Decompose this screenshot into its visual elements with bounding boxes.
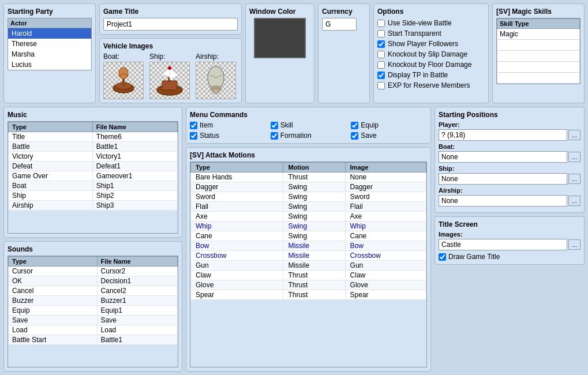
sounds-row[interactable]: Battle StartBattle1 xyxy=(9,335,178,344)
menu-cmd-formation-checkbox[interactable] xyxy=(271,132,278,140)
sv-cell-type: Gun xyxy=(191,261,283,271)
option-start-transparent: Start Transparent xyxy=(377,28,485,39)
music-cell-file: Theme6 xyxy=(92,132,177,142)
option-knockout-slip-label: Knockout by Slip Damage xyxy=(388,50,467,58)
music-panel: Music Type File Name TitleTheme6BattleBa… xyxy=(3,107,182,238)
menu-cmd-status-checkbox[interactable] xyxy=(190,132,197,140)
sv-attack-row[interactable]: SwordSwingSword xyxy=(191,192,426,202)
menu-cmd-item-checkbox[interactable] xyxy=(190,122,197,129)
currency-input[interactable] xyxy=(322,18,357,31)
option-side-view: Use Side-view Battle xyxy=(377,18,485,28)
actor-item-therese[interactable]: Therese xyxy=(8,39,91,49)
music-row[interactable]: BoatShip1 xyxy=(9,181,178,191)
sounds-row[interactable]: EquipEquip1 xyxy=(9,305,178,315)
music-cell-file: Ship1 xyxy=(92,181,177,191)
draw-game-title-checkbox[interactable] xyxy=(439,253,446,261)
sv-cell-type: Claw xyxy=(191,271,283,280)
sv-attack-row[interactable]: DaggerSwingDagger xyxy=(191,182,426,192)
ship-image[interactable] xyxy=(149,62,190,99)
sv-cell-image: Gun xyxy=(345,261,426,271)
music-row[interactable]: TitleTheme6 xyxy=(9,132,178,142)
sounds-cell-type: Cursor xyxy=(9,266,98,276)
menu-cmd-skill: Skill xyxy=(271,121,347,129)
sounds-cell-file: Battle1 xyxy=(97,335,177,344)
sounds-cell-file: Load xyxy=(97,325,177,335)
svg-marker-10 xyxy=(162,68,170,77)
sv-attack-row[interactable]: FlailSwingFlail xyxy=(191,202,426,212)
music-row[interactable]: BattleBattle1 xyxy=(9,142,178,152)
option-side-view-checkbox[interactable] xyxy=(377,20,385,27)
position-ellipsis-1[interactable]: ... xyxy=(568,152,580,162)
game-title-input[interactable] xyxy=(103,18,238,31)
position-input-2[interactable] xyxy=(439,173,567,185)
sv-attack-row[interactable]: WhipSwingWhip xyxy=(191,222,426,231)
music-row[interactable]: Game OverGameover1 xyxy=(9,171,178,181)
position-input-3[interactable] xyxy=(439,195,567,207)
option-exp-reserve-checkbox[interactable] xyxy=(377,82,385,89)
sounds-row[interactable]: SaveSave xyxy=(9,315,178,325)
position-input-row-2: ... xyxy=(439,173,580,185)
menu-cmd-save-checkbox[interactable] xyxy=(351,132,358,140)
music-cell-file: Victory1 xyxy=(92,152,177,162)
sv-attack-row[interactable]: Bare HandsThrustNone xyxy=(191,172,426,182)
sounds-row[interactable]: BuzzerBuzzer1 xyxy=(9,295,178,305)
sv-attack-row[interactable]: ClawThrustClaw xyxy=(191,271,426,280)
option-show-followers-checkbox[interactable] xyxy=(377,40,385,48)
position-ellipsis-0[interactable]: ... xyxy=(568,130,580,140)
sv-magic-row-1 xyxy=(497,40,580,51)
menu-cmd-skill-label: Skill xyxy=(280,121,293,129)
option-knockout-floor-label: Knockout by Floor Damage xyxy=(388,61,471,69)
sv-attack-row[interactable]: CrossbowMissileCrossbow xyxy=(191,251,426,261)
actor-item-harold[interactable]: Harold xyxy=(8,28,91,39)
actor-item-lucius[interactable]: Lucius xyxy=(8,59,91,70)
position-input-row-1: ... xyxy=(439,151,580,163)
sv-attack-row[interactable]: AxeSwingAxe xyxy=(191,212,426,222)
music-row[interactable]: ShipShip2 xyxy=(9,191,178,201)
sounds-cell-type: OK xyxy=(9,276,98,286)
sv-attack-row[interactable]: GloveThrustGlove xyxy=(191,280,426,290)
boat-image[interactable] xyxy=(103,62,144,99)
music-row[interactable]: AirshipShip3 xyxy=(9,201,178,211)
vehicle-airship: Airship: xyxy=(196,52,236,99)
option-knockout-slip-checkbox[interactable] xyxy=(377,51,385,58)
music-row[interactable]: DefeatDefeat1 xyxy=(9,162,178,171)
position-input-0[interactable] xyxy=(439,129,567,141)
sounds-table-scroll[interactable]: Type File Name CursorCursor2OKDecision1C… xyxy=(8,256,178,368)
bottom-middle: Menu Commands Item Skill Equip xyxy=(186,107,431,372)
sounds-row[interactable]: LoadLoad xyxy=(9,325,178,335)
sv-attack-row[interactable]: BowMissileBow xyxy=(191,241,426,251)
sv-attack-row[interactable]: GunMissileGun xyxy=(191,261,426,271)
option-display-tp: Display TP in Battle xyxy=(377,70,485,80)
sv-attack-row[interactable]: CaneSwingCane xyxy=(191,231,426,241)
window-color-preview[interactable] xyxy=(254,18,306,58)
airship-image[interactable] xyxy=(196,62,236,99)
music-table-scroll[interactable]: Type File Name TitleTheme6BattleBattle1V… xyxy=(8,121,178,234)
sounds-col-file: File Name xyxy=(97,256,177,266)
actor-column-header: Actor xyxy=(8,18,92,28)
sv-cell-image: None xyxy=(345,172,426,182)
actor-item-marsha[interactable]: Marsha xyxy=(8,49,91,59)
option-display-tp-checkbox[interactable] xyxy=(377,72,385,79)
sv-attack-row[interactable]: SpearThrustSpear xyxy=(191,290,426,300)
vehicle-boat: Boat: xyxy=(103,52,144,99)
title-image-ellipsis[interactable]: ... xyxy=(568,239,580,250)
options-title: Options xyxy=(377,7,485,16)
sv-magic-row-4 xyxy=(497,73,580,84)
menu-cmd-skill-checkbox[interactable] xyxy=(271,122,278,129)
option-show-followers-label: Show Player Followers xyxy=(388,40,458,48)
menu-cmd-status-label: Status xyxy=(200,132,219,140)
music-cell-type: Game Over xyxy=(9,171,93,181)
position-input-1[interactable] xyxy=(439,151,567,163)
title-image-input[interactable] xyxy=(439,239,567,250)
music-row[interactable]: VictoryVictory1 xyxy=(9,152,178,162)
option-start-transparent-checkbox[interactable] xyxy=(377,30,385,38)
menu-cmd-equip-checkbox[interactable] xyxy=(351,122,358,129)
sounds-row[interactable]: OKDecision1 xyxy=(9,276,178,286)
sv-attack-table-scroll[interactable]: Type Motion Image Bare HandsThrustNoneDa… xyxy=(190,162,427,367)
sounds-row[interactable]: CancelCancel2 xyxy=(9,286,178,295)
position-ellipsis-3[interactable]: ... xyxy=(568,196,580,206)
sv-magic-row-0[interactable]: Magic xyxy=(497,29,580,40)
option-knockout-floor-checkbox[interactable] xyxy=(377,61,385,69)
sounds-row[interactable]: CursorCursor2 xyxy=(9,266,178,276)
position-ellipsis-2[interactable]: ... xyxy=(568,174,580,184)
